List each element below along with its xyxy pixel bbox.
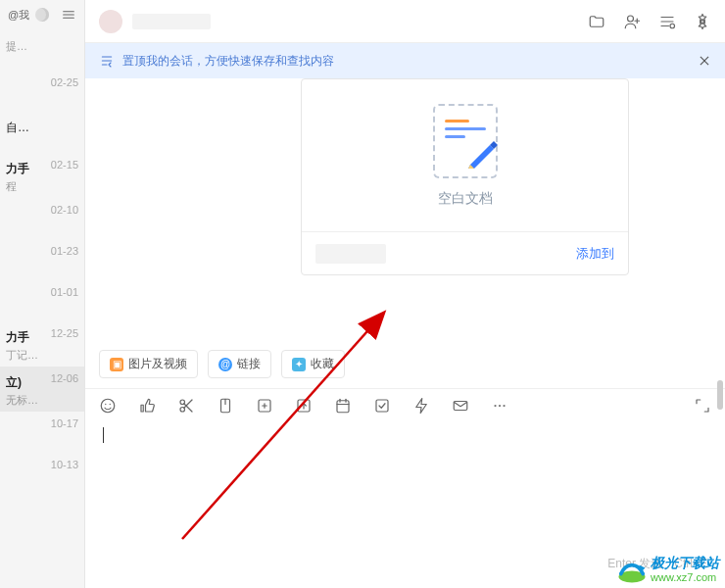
conversation-item[interactable]: 02-10 xyxy=(0,198,84,239)
thumbs-up-icon[interactable] xyxy=(138,397,156,415)
document-card[interactable]: 空白文档 添加到 xyxy=(301,78,629,275)
chip-media[interactable]: ▣图片及视频 xyxy=(99,350,198,378)
svg-point-37 xyxy=(494,404,496,406)
watermark: 极光下载站 www.xz7.com xyxy=(617,555,719,584)
emoji-icon[interactable] xyxy=(99,397,117,415)
menu-icon[interactable] xyxy=(61,7,76,23)
settings-icon[interactable] xyxy=(694,13,711,30)
svg-line-21 xyxy=(184,403,192,411)
chip-link-label: 链接 xyxy=(237,356,261,372)
scrollbar[interactable] xyxy=(717,380,723,410)
calendar-icon[interactable] xyxy=(334,397,352,415)
watermark-logo xyxy=(617,555,647,584)
conversation-list[interactable]: 提…02-25自…力手程02-1502-1001-2301-01力手丁记…12-… xyxy=(0,29,84,588)
svg-point-18 xyxy=(110,403,112,405)
close-icon[interactable] xyxy=(698,54,711,68)
conversation-item[interactable]: 01-23 xyxy=(0,239,84,280)
conversation-item[interactable]: 自… xyxy=(0,112,84,153)
doc-card-footer: 添加到 xyxy=(302,231,628,274)
conversation-date: 02-15 xyxy=(51,159,78,171)
conversation-subtitle: 提… xyxy=(6,39,78,54)
attachment-bar: ▣图片及视频 @链接 ✦收藏 xyxy=(85,340,725,388)
svg-marker-35 xyxy=(416,398,427,413)
conversation-subtitle: 丁记… xyxy=(6,348,78,363)
link-icon: @ xyxy=(218,358,232,371)
chip-link[interactable]: @链接 xyxy=(208,350,271,378)
conversation-sidebar: @我 提…02-25自…力手程02-1502-1001-2301-01力手丁记…… xyxy=(0,0,84,588)
conversation-subtitle: 程 xyxy=(6,179,78,194)
media-icon: ▣ xyxy=(110,358,123,371)
conversation-date: 10-13 xyxy=(51,459,78,470)
more-icon[interactable] xyxy=(491,397,508,415)
lightning-icon[interactable] xyxy=(412,397,430,415)
watermark-name: 极光下载站 xyxy=(651,556,719,570)
svg-point-38 xyxy=(499,404,501,406)
pin-banner: 置顶我的会话，方便快速保存和查找内容 xyxy=(85,43,725,78)
conversation-date: 01-01 xyxy=(51,286,78,298)
mail-icon[interactable] xyxy=(452,397,469,415)
banner-text: 置顶我的会话，方便快速保存和查找内容 xyxy=(122,53,334,70)
svg-rect-34 xyxy=(376,400,388,412)
text-cursor xyxy=(103,427,104,443)
status-icon xyxy=(35,8,49,22)
svg-point-16 xyxy=(101,399,115,413)
conversation-item[interactable]: 10-17 xyxy=(0,412,84,453)
conversation-item[interactable]: 力手丁记…12-25 xyxy=(0,321,84,367)
svg-point-17 xyxy=(105,403,107,405)
at-me-label[interactable]: @我 xyxy=(8,8,29,23)
svg-point-39 xyxy=(503,404,505,406)
folder-icon[interactable] xyxy=(588,13,605,30)
sidebar-header: @我 xyxy=(0,0,84,29)
chip-favorite[interactable]: ✦收藏 xyxy=(281,350,345,378)
header-actions xyxy=(588,13,711,30)
conversation-item[interactable]: 10-13 xyxy=(0,453,84,494)
chip-media-label: 图片及视频 xyxy=(128,356,187,372)
chat-title xyxy=(132,14,211,29)
conversation-title: 自… xyxy=(6,120,78,136)
conversation-item[interactable]: 02-25 xyxy=(0,71,84,112)
conversation-date: 02-10 xyxy=(51,204,78,216)
conversation-item[interactable]: 立)无标…12-06 xyxy=(0,367,84,412)
input-toolbar xyxy=(85,388,725,421)
conversation-subtitle: 无标… xyxy=(6,393,78,408)
favorite-icon: ✦ xyxy=(292,358,306,371)
svg-line-22 xyxy=(184,400,192,408)
upload-icon[interactable] xyxy=(295,397,313,415)
svg-point-9 xyxy=(670,24,675,28)
add-user-icon[interactable] xyxy=(623,13,641,30)
conversation-date: 12-25 xyxy=(51,327,78,339)
avatar[interactable] xyxy=(99,10,122,33)
scissors-icon[interactable] xyxy=(177,397,195,415)
history-icon[interactable] xyxy=(658,13,676,30)
svg-rect-36 xyxy=(454,401,467,410)
expand-icon[interactable] xyxy=(694,397,711,415)
main-panel: 置顶我的会话，方便快速保存和查找内容 空白文档 添加到 xyxy=(84,0,725,588)
conversation-date: 01-23 xyxy=(51,245,78,257)
chat-header xyxy=(85,0,725,43)
conversation-item[interactable]: 提… xyxy=(0,29,84,71)
svg-point-3 xyxy=(628,16,634,22)
note-icon[interactable] xyxy=(217,397,234,415)
svg-rect-30 xyxy=(337,400,349,412)
conversation-date: 10-17 xyxy=(51,417,78,429)
conversation-item[interactable]: 01-01 xyxy=(0,280,84,321)
watermark-url: www.xz7.com xyxy=(651,571,719,583)
add-card-icon[interactable] xyxy=(256,397,273,415)
document-icon xyxy=(433,104,498,178)
doc-card-label: 空白文档 xyxy=(438,190,493,208)
chip-fav-label: 收藏 xyxy=(311,356,334,372)
add-to-button[interactable]: 添加到 xyxy=(576,245,614,263)
conversation-item[interactable]: 力手程02-15 xyxy=(0,153,84,198)
pin-list-icon xyxy=(99,53,115,69)
todo-icon[interactable] xyxy=(373,397,391,415)
conversation-date: 02-25 xyxy=(51,76,78,88)
conversation-date: 12-06 xyxy=(51,372,78,384)
doc-card-body: 空白文档 xyxy=(302,79,628,231)
chat-area[interactable]: 空白文档 添加到 xyxy=(85,78,725,340)
doc-owner-placeholder xyxy=(315,244,386,264)
